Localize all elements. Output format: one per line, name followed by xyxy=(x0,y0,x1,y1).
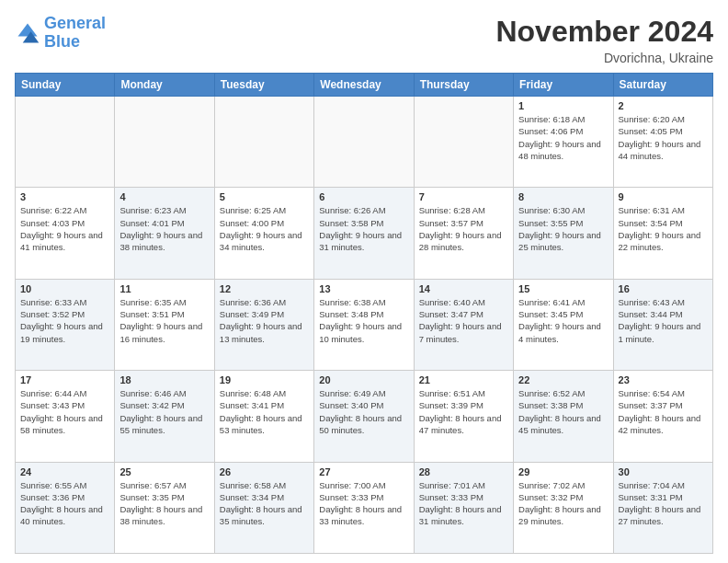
col-wednesday: Wednesday xyxy=(314,74,414,97)
logo-text: General Blue xyxy=(44,15,106,52)
day-info: Sunrise: 6:31 AMSunset: 3:54 PMDaylight:… xyxy=(619,204,708,253)
day-number: 30 xyxy=(619,466,708,477)
day-info: Sunrise: 7:01 AMSunset: 3:33 PMDaylight:… xyxy=(419,479,508,528)
day-cell: 17Sunrise: 6:44 AMSunset: 3:43 PMDayligh… xyxy=(16,371,115,462)
day-cell: 7Sunrise: 6:28 AMSunset: 3:57 PMDaylight… xyxy=(414,188,513,279)
day-info: Sunrise: 6:18 AMSunset: 4:06 PMDaylight:… xyxy=(518,113,608,162)
week-row-4: 17Sunrise: 6:44 AMSunset: 3:43 PMDayligh… xyxy=(16,371,713,462)
day-number: 15 xyxy=(518,283,608,294)
day-number: 3 xyxy=(20,191,109,202)
day-number: 11 xyxy=(119,283,209,294)
day-cell: 27Sunrise: 7:00 AMSunset: 3:33 PMDayligh… xyxy=(314,462,414,553)
day-cell: 30Sunrise: 7:04 AMSunset: 3:31 PMDayligh… xyxy=(613,462,712,553)
day-cell: 21Sunrise: 6:51 AMSunset: 3:39 PMDayligh… xyxy=(414,371,513,462)
day-number: 20 xyxy=(319,374,408,385)
day-cell xyxy=(214,97,313,188)
day-cell: 14Sunrise: 6:40 AMSunset: 3:47 PMDayligh… xyxy=(414,279,513,370)
calendar-table: Sunday Monday Tuesday Wednesday Thursday… xyxy=(15,73,713,554)
header-row: Sunday Monday Tuesday Wednesday Thursday… xyxy=(16,74,713,97)
svg-marker-0 xyxy=(18,23,38,36)
day-info: Sunrise: 6:48 AMSunset: 3:41 PMDaylight:… xyxy=(220,387,309,436)
logo-icon xyxy=(15,20,40,46)
col-sunday: Sunday xyxy=(16,74,115,97)
day-cell: 18Sunrise: 6:46 AMSunset: 3:42 PMDayligh… xyxy=(115,371,214,462)
month-title: November 2024 xyxy=(495,15,713,49)
day-cell: 16Sunrise: 6:43 AMSunset: 3:44 PMDayligh… xyxy=(613,279,712,370)
day-info: Sunrise: 6:35 AMSunset: 3:51 PMDaylight:… xyxy=(119,296,209,345)
day-info: Sunrise: 6:30 AMSunset: 3:55 PMDaylight:… xyxy=(518,204,608,253)
day-cell xyxy=(16,97,115,188)
day-info: Sunrise: 6:33 AMSunset: 3:52 PMDaylight:… xyxy=(20,296,109,345)
day-number: 14 xyxy=(419,283,508,294)
day-number: 10 xyxy=(20,283,109,294)
day-info: Sunrise: 6:22 AMSunset: 4:03 PMDaylight:… xyxy=(20,204,109,253)
day-number: 26 xyxy=(220,466,309,477)
day-cell: 9Sunrise: 6:31 AMSunset: 3:54 PMDaylight… xyxy=(613,188,712,279)
day-number: 21 xyxy=(419,374,508,385)
day-info: Sunrise: 6:38 AMSunset: 3:48 PMDaylight:… xyxy=(319,296,408,345)
logo-line2: Blue xyxy=(44,33,106,52)
day-cell: 24Sunrise: 6:55 AMSunset: 3:36 PMDayligh… xyxy=(16,462,115,553)
day-info: Sunrise: 6:26 AMSunset: 3:58 PMDaylight:… xyxy=(319,204,408,253)
day-number: 18 xyxy=(119,374,209,385)
day-number: 19 xyxy=(220,374,309,385)
day-cell: 1Sunrise: 6:18 AMSunset: 4:06 PMDaylight… xyxy=(514,97,613,188)
day-number: 28 xyxy=(419,466,508,477)
calendar: Sunday Monday Tuesday Wednesday Thursday… xyxy=(15,73,713,554)
day-info: Sunrise: 6:36 AMSunset: 3:49 PMDaylight:… xyxy=(220,296,309,345)
day-cell: 19Sunrise: 6:48 AMSunset: 3:41 PMDayligh… xyxy=(214,371,313,462)
day-number: 12 xyxy=(220,283,309,294)
day-cell: 2Sunrise: 6:20 AMSunset: 4:05 PMDaylight… xyxy=(613,97,712,188)
week-row-5: 24Sunrise: 6:55 AMSunset: 3:36 PMDayligh… xyxy=(16,462,713,553)
page: General Blue November 2024 Dvorichna, Uk… xyxy=(0,0,728,563)
day-info: Sunrise: 6:52 AMSunset: 3:38 PMDaylight:… xyxy=(518,387,608,436)
day-info: Sunrise: 6:25 AMSunset: 4:00 PMDaylight:… xyxy=(220,204,309,253)
day-info: Sunrise: 6:57 AMSunset: 3:35 PMDaylight:… xyxy=(119,479,209,528)
day-cell: 28Sunrise: 7:01 AMSunset: 3:33 PMDayligh… xyxy=(414,462,513,553)
day-number: 25 xyxy=(119,466,209,477)
logo: General Blue xyxy=(15,15,106,52)
day-cell xyxy=(115,97,214,188)
col-tuesday: Tuesday xyxy=(214,74,313,97)
day-number: 4 xyxy=(119,191,209,202)
day-number: 5 xyxy=(220,191,309,202)
day-info: Sunrise: 6:55 AMSunset: 3:36 PMDaylight:… xyxy=(20,479,109,528)
col-saturday: Saturday xyxy=(613,74,712,97)
day-info: Sunrise: 6:46 AMSunset: 3:42 PMDaylight:… xyxy=(119,387,209,436)
day-number: 2 xyxy=(619,100,708,111)
day-info: Sunrise: 6:28 AMSunset: 3:57 PMDaylight:… xyxy=(419,204,508,253)
day-number: 8 xyxy=(518,191,608,202)
logo-line1: General xyxy=(44,14,106,32)
day-number: 1 xyxy=(518,100,608,111)
day-cell: 6Sunrise: 6:26 AMSunset: 3:58 PMDaylight… xyxy=(314,188,414,279)
title-section: November 2024 Dvorichna, Ukraine xyxy=(495,15,713,65)
day-info: Sunrise: 6:40 AMSunset: 3:47 PMDaylight:… xyxy=(419,296,508,345)
day-cell: 4Sunrise: 6:23 AMSunset: 4:01 PMDaylight… xyxy=(115,188,214,279)
day-info: Sunrise: 6:43 AMSunset: 3:44 PMDaylight:… xyxy=(619,296,708,345)
day-info: Sunrise: 6:58 AMSunset: 3:34 PMDaylight:… xyxy=(220,479,309,528)
day-number: 6 xyxy=(319,191,408,202)
day-number: 9 xyxy=(619,191,708,202)
col-monday: Monday xyxy=(115,74,214,97)
day-info: Sunrise: 6:51 AMSunset: 3:39 PMDaylight:… xyxy=(419,387,508,436)
day-cell: 20Sunrise: 6:49 AMSunset: 3:40 PMDayligh… xyxy=(314,371,414,462)
day-cell: 11Sunrise: 6:35 AMSunset: 3:51 PMDayligh… xyxy=(115,279,214,370)
day-cell: 3Sunrise: 6:22 AMSunset: 4:03 PMDaylight… xyxy=(16,188,115,279)
day-cell: 5Sunrise: 6:25 AMSunset: 4:00 PMDaylight… xyxy=(214,188,313,279)
week-row-3: 10Sunrise: 6:33 AMSunset: 3:52 PMDayligh… xyxy=(16,279,713,370)
day-info: Sunrise: 6:54 AMSunset: 3:37 PMDaylight:… xyxy=(619,387,708,436)
day-cell: 8Sunrise: 6:30 AMSunset: 3:55 PMDaylight… xyxy=(514,188,613,279)
day-info: Sunrise: 6:20 AMSunset: 4:05 PMDaylight:… xyxy=(619,113,708,162)
day-cell: 29Sunrise: 7:02 AMSunset: 3:32 PMDayligh… xyxy=(514,462,613,553)
day-cell: 23Sunrise: 6:54 AMSunset: 3:37 PMDayligh… xyxy=(613,371,712,462)
day-cell: 10Sunrise: 6:33 AMSunset: 3:52 PMDayligh… xyxy=(16,279,115,370)
day-info: Sunrise: 6:41 AMSunset: 3:45 PMDaylight:… xyxy=(518,296,608,345)
location-subtitle: Dvorichna, Ukraine xyxy=(495,51,713,65)
day-cell: 13Sunrise: 6:38 AMSunset: 3:48 PMDayligh… xyxy=(314,279,414,370)
col-thursday: Thursday xyxy=(414,74,513,97)
day-number: 27 xyxy=(319,466,408,477)
header: General Blue November 2024 Dvorichna, Uk… xyxy=(15,15,713,65)
day-info: Sunrise: 6:23 AMSunset: 4:01 PMDaylight:… xyxy=(119,204,209,253)
day-cell: 25Sunrise: 6:57 AMSunset: 3:35 PMDayligh… xyxy=(115,462,214,553)
day-info: Sunrise: 6:49 AMSunset: 3:40 PMDaylight:… xyxy=(319,387,408,436)
